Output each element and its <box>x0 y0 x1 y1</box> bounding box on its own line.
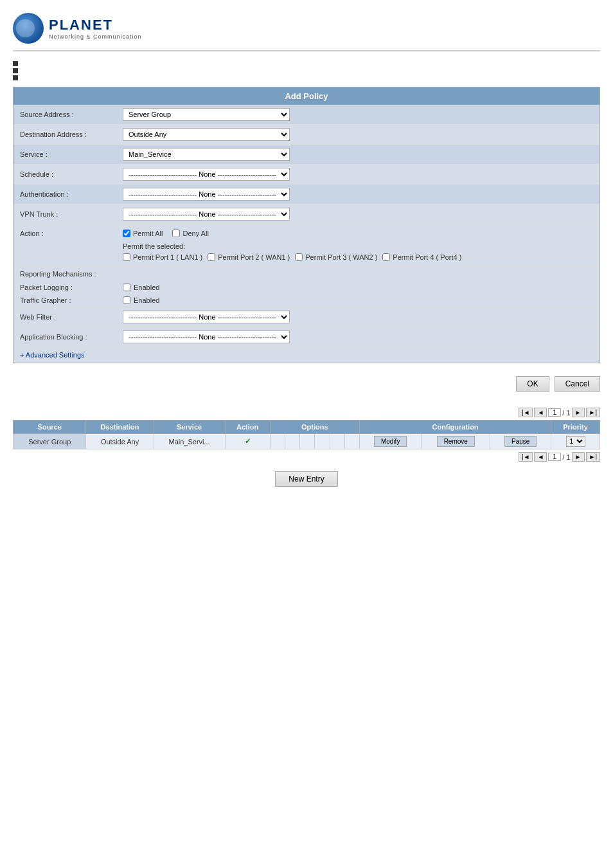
row-remove-cell[interactable]: Remove <box>422 434 490 449</box>
col-options: Options <box>270 420 359 434</box>
row-opt3 <box>300 434 315 449</box>
app-blocking-control[interactable]: ----------------------------- None -----… <box>123 330 593 343</box>
permit-port-4[interactable]: Permit Port 4 ( Port4 ) <box>382 253 461 261</box>
table-header-row: Source Destination Service Action Option… <box>13 420 600 434</box>
deny-all-option[interactable]: Deny All <box>172 230 208 237</box>
form-buttons: OK Cancel <box>13 373 600 395</box>
permit-all-checkbox[interactable] <box>123 230 130 237</box>
page-info-bottom: / 1 <box>562 453 570 461</box>
permit-port-3-label: Permit Port 3 ( WAN2 ) <box>305 253 377 261</box>
row-priority-cell[interactable]: 1 2 3 <box>551 434 600 449</box>
breadcrumb-item-2 <box>13 68 600 73</box>
header: PLANET Networking & Communication <box>13 6 600 51</box>
permit-port-4-label: Permit Port 4 ( Port4 ) <box>393 253 461 261</box>
schedule-control[interactable]: ----------------------------- None -----… <box>123 168 593 181</box>
col-destination: Destination <box>86 420 154 434</box>
traffic-grapher-row: Traffic Grapher : Enabled <box>13 294 600 307</box>
permit-all-option[interactable]: Permit All <box>123 230 163 237</box>
prev-page-btn-bottom[interactable]: ◄ <box>534 452 547 462</box>
col-service: Service <box>154 420 225 434</box>
modify-button[interactable]: Modify <box>374 436 407 447</box>
destination-address-control[interactable]: Outside Any <box>123 128 593 141</box>
source-address-select[interactable]: Server Group <box>123 108 290 121</box>
logo-text: PLANET Networking & Communication <box>49 17 142 40</box>
permit-port-1-checkbox[interactable] <box>123 253 130 261</box>
schedule-row: Schedule : -----------------------------… <box>13 165 600 185</box>
ok-button[interactable]: OK <box>516 376 549 392</box>
source-address-control[interactable]: Server Group <box>123 108 593 121</box>
permit-port-3-checkbox[interactable] <box>295 253 303 261</box>
policy-table: Source Destination Service Action Option… <box>13 420 600 449</box>
source-address-row: Source Address : Server Group <box>13 105 600 125</box>
deny-all-checkbox[interactable] <box>172 230 180 237</box>
web-filter-select[interactable]: ----------------------------- None -----… <box>123 311 290 323</box>
vpn-trunk-row: VPN Trunk : ----------------------------… <box>13 204 600 224</box>
service-select[interactable]: Main_Service <box>123 148 290 161</box>
last-page-btn-bottom[interactable]: ►| <box>586 452 601 462</box>
destination-address-select[interactable]: Outside Any <box>123 128 290 141</box>
row-destination: Outside Any <box>86 434 154 449</box>
priority-select[interactable]: 1 2 3 <box>566 436 585 447</box>
col-action: Action <box>225 420 270 434</box>
vpn-trunk-control[interactable]: ----------------------------- None -----… <box>123 208 593 221</box>
last-page-btn[interactable]: ►| <box>586 408 601 417</box>
advanced-settings-link[interactable]: + Advanced Settings <box>20 351 593 359</box>
advanced-settings-row[interactable]: + Advanced Settings <box>13 347 600 363</box>
first-page-btn-bottom[interactable]: |◄ <box>519 452 533 462</box>
permit-port-1-label: Permit Port 1 ( LAN1 ) <box>133 253 202 261</box>
service-label: Service : <box>20 150 123 158</box>
schedule-label: Schedule : <box>20 170 123 178</box>
authentication-select[interactable]: ----------------------------- None -----… <box>123 188 290 201</box>
packet-logging-row: Packet Logging : Enabled <box>13 281 600 294</box>
row-opt4 <box>315 434 330 449</box>
next-page-btn-bottom[interactable]: ► <box>572 452 585 462</box>
remove-button[interactable]: Remove <box>437 436 475 447</box>
traffic-grapher-label: Traffic Grapher : <box>20 296 123 304</box>
permit-port-1[interactable]: Permit Port 1 ( LAN1 ) <box>123 253 202 261</box>
permit-port-4-checkbox[interactable] <box>382 253 390 261</box>
page-input-bottom[interactable] <box>548 453 561 461</box>
service-control[interactable]: Main_Service <box>123 148 593 161</box>
reporting-section: Reporting Mechanisms : Packet Logging : … <box>13 267 600 307</box>
pause-button[interactable]: Pause <box>504 436 537 447</box>
breadcrumb-bullet-1 <box>13 61 18 66</box>
form-title: Add Policy <box>13 87 600 105</box>
app-blocking-select[interactable]: ----------------------------- None -----… <box>123 330 290 343</box>
row-action: ✓ <box>225 434 270 449</box>
permit-selected-label: Permit the selected: <box>123 242 461 250</box>
page-info: / 1 <box>562 409 570 417</box>
permit-all-label: Permit All <box>133 230 163 237</box>
action-checkboxes: Permit All Deny All <box>123 230 461 237</box>
page-input[interactable] <box>548 408 561 417</box>
vpn-trunk-select[interactable]: ----------------------------- None -----… <box>123 208 290 221</box>
action-row: Action : Permit All Deny All Permit the … <box>13 224 600 267</box>
authentication-control[interactable]: ----------------------------- None -----… <box>123 188 593 201</box>
destination-address-label: Destination Address : <box>20 131 123 138</box>
row-modify-cell[interactable]: Modify <box>360 434 422 449</box>
packet-logging-label: Packet Logging : <box>20 284 123 291</box>
traffic-grapher-checkbox[interactable] <box>123 296 130 304</box>
permit-port-3[interactable]: Permit Port 3 ( WAN2 ) <box>295 253 377 261</box>
web-filter-control[interactable]: ----------------------------- None -----… <box>123 311 593 323</box>
source-address-label: Source Address : <box>20 111 123 118</box>
cancel-button[interactable]: Cancel <box>555 376 600 392</box>
table-header: Source Destination Service Action Option… <box>13 420 600 434</box>
col-priority: Priority <box>551 420 600 434</box>
traffic-grapher-option[interactable]: Enabled <box>123 296 159 304</box>
packet-logging-option[interactable]: Enabled <box>123 284 159 291</box>
packet-logging-checkbox[interactable] <box>123 284 130 291</box>
deny-all-label: Deny All <box>182 230 208 237</box>
prev-page-btn[interactable]: ◄ <box>534 408 547 417</box>
first-page-btn[interactable]: |◄ <box>519 408 533 417</box>
pagination-top: |◄ ◄ / 1 ► ►| <box>13 408 600 417</box>
schedule-select[interactable]: ----------------------------- None -----… <box>123 168 290 181</box>
breadcrumb-item-1 <box>13 61 600 66</box>
permit-port-2[interactable]: Permit Port 2 ( WAN1 ) <box>208 253 290 261</box>
new-entry-button[interactable]: New Entry <box>275 471 337 487</box>
row-service: Main_Servi... <box>154 434 225 449</box>
service-row: Service : Main_Service <box>13 145 600 165</box>
permit-port-2-checkbox[interactable] <box>208 253 215 261</box>
row-pause-cell[interactable]: Pause <box>490 434 551 449</box>
action-label: Action : <box>20 230 123 261</box>
next-page-btn[interactable]: ► <box>572 408 585 417</box>
